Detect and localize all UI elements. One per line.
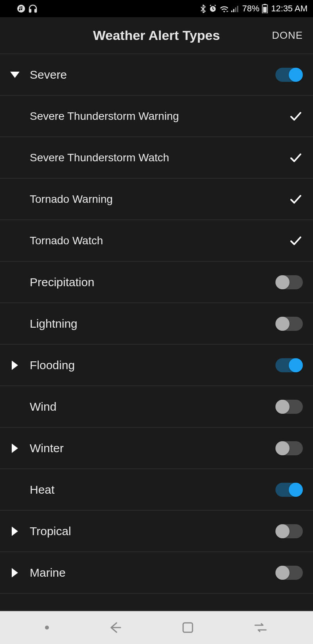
- item-lightning[interactable]: Lightning: [0, 303, 313, 345]
- toggle-lightning[interactable]: [275, 317, 303, 331]
- item-heat[interactable]: Heat: [0, 469, 313, 511]
- svg-rect-7: [237, 6, 238, 12]
- list-bottom-spacer: [0, 593, 313, 611]
- music-note-icon: [17, 5, 25, 13]
- app-content: Weather Alert Types DONE Severe Severe T…: [0, 17, 313, 611]
- svg-rect-1: [29, 9, 31, 12]
- check-icon: [289, 109, 303, 123]
- svg-rect-2: [35, 9, 36, 12]
- svg-rect-4: [231, 11, 232, 12]
- sub-tornado-warning[interactable]: Tornado Warning: [0, 179, 313, 220]
- sub-severe-thunderstorm-warning[interactable]: Severe Thunderstorm Warning: [0, 96, 313, 137]
- sub-label: Severe Thunderstorm Watch: [30, 152, 272, 164]
- toggle-wind[interactable]: [275, 400, 303, 414]
- category-label: Tropical: [30, 525, 272, 538]
- category-label: Severe: [30, 68, 272, 81]
- chevron-right-icon: [12, 444, 18, 453]
- item-wind[interactable]: Wind: [0, 386, 313, 428]
- status-left: [17, 4, 38, 13]
- chevron-right-icon: [12, 361, 18, 370]
- category-winter[interactable]: Winter: [0, 428, 313, 469]
- item-label: Precipitation: [30, 276, 272, 289]
- svg-rect-6: [235, 7, 236, 12]
- app-header: Weather Alert Types DONE: [0, 17, 313, 54]
- svg-rect-5: [233, 9, 234, 12]
- svg-point-0: [17, 5, 25, 13]
- sub-label: Severe Thunderstorm Warning: [30, 110, 272, 123]
- category-flooding[interactable]: Flooding: [0, 345, 313, 386]
- toggle-heat[interactable]: [275, 483, 303, 497]
- wifi-icon: [219, 5, 229, 13]
- toggle-winter[interactable]: [275, 441, 303, 455]
- category-marine[interactable]: Marine: [0, 552, 313, 593]
- toggle-tropical[interactable]: [275, 524, 303, 538]
- sub-label: Tornado Watch: [30, 235, 272, 247]
- check-icon: [289, 192, 303, 206]
- category-label: Winter: [30, 442, 272, 455]
- battery-icon: [262, 4, 268, 13]
- category-label: Flooding: [30, 359, 272, 372]
- chevron-down-icon: [10, 72, 20, 78]
- alert-type-list[interactable]: Severe Severe Thunderstorm Warning Sever…: [0, 54, 313, 611]
- nav-dot[interactable]: [45, 625, 49, 630]
- category-label: Marine: [30, 566, 272, 579]
- battery-percent: 78%: [242, 4, 259, 14]
- category-severe[interactable]: Severe: [0, 54, 313, 96]
- status-right: 78% 12:35 AM: [200, 4, 308, 14]
- sub-tornado-watch[interactable]: Tornado Watch: [0, 220, 313, 262]
- status-bar: 78% 12:35 AM: [0, 0, 313, 17]
- system-nav-bar: [0, 611, 313, 644]
- check-icon: [289, 234, 303, 248]
- category-tropical[interactable]: Tropical: [0, 511, 313, 552]
- item-label: Heat: [30, 483, 272, 496]
- sub-severe-thunderstorm-watch[interactable]: Severe Thunderstorm Watch: [0, 137, 313, 179]
- headphones-icon: [28, 4, 38, 13]
- chevron-right-icon: [12, 568, 18, 577]
- toggle-severe[interactable]: [275, 68, 303, 82]
- toggle-marine[interactable]: [275, 566, 303, 580]
- clock-time: 12:35 AM: [271, 4, 308, 14]
- toggle-precipitation[interactable]: [275, 275, 303, 289]
- page-title: Weather Alert Types: [93, 28, 220, 43]
- alarm-icon: [209, 4, 217, 13]
- chevron-right-icon: [12, 527, 18, 536]
- nav-back-button[interactable]: [107, 620, 123, 635]
- sub-label: Tornado Warning: [30, 193, 272, 206]
- bluetooth-icon: [200, 4, 206, 13]
- item-precipitation[interactable]: Precipitation: [0, 262, 313, 303]
- signal-icon: [231, 5, 240, 12]
- svg-rect-10: [263, 7, 267, 13]
- toggle-flooding[interactable]: [275, 358, 303, 372]
- item-label: Lightning: [30, 317, 272, 330]
- item-label: Wind: [30, 400, 272, 413]
- nav-home-button[interactable]: [181, 621, 195, 635]
- done-button[interactable]: DONE: [272, 29, 303, 41]
- nav-recent-button[interactable]: [253, 621, 268, 635]
- svg-point-11: [45, 626, 49, 630]
- svg-rect-12: [183, 623, 192, 632]
- check-icon: [289, 151, 303, 165]
